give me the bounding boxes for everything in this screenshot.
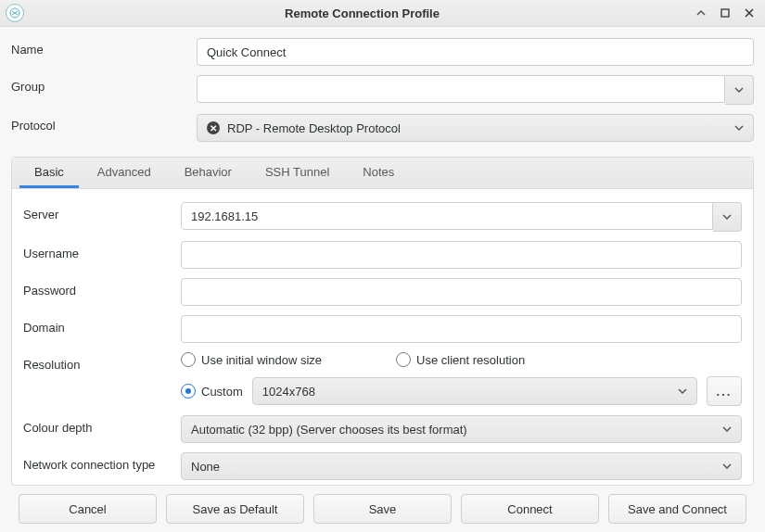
server-input[interactable]: 192.1681.15 (181, 202, 713, 230)
window: Remote Connection Profile Name Group Pro… (0, 0, 765, 532)
tab-basic[interactable]: Basic (19, 158, 79, 188)
radio-label: Use initial window size (201, 353, 322, 367)
cancel-button[interactable]: Cancel (19, 494, 157, 524)
chevron-down-icon (678, 386, 687, 396)
radio-label: Custom (201, 385, 243, 399)
colour-depth-value: Automatic (32 bpp) (Server chooses its b… (191, 423, 467, 437)
radio-label: Use client resolution (416, 353, 525, 367)
tab-ssh-tunnel[interactable]: SSH Tunnel (250, 158, 344, 188)
resolution-label: Resolution (23, 352, 181, 372)
tab-bar: Basic Advanced Behavior SSH Tunnel Notes (12, 158, 753, 189)
resolution-more-button[interactable]: ... (707, 376, 742, 406)
server-dropdown-button[interactable] (713, 202, 742, 232)
server-label: Server (23, 202, 181, 222)
save-button[interactable]: Save (313, 494, 452, 524)
tab-behavior[interactable]: Behavior (170, 158, 247, 188)
chevron-down-icon (734, 123, 744, 133)
footer: Cancel Save as Default Save Connect Save… (11, 486, 754, 532)
group-dropdown-button[interactable] (725, 75, 754, 105)
domain-input[interactable] (181, 315, 742, 343)
radio-icon (181, 384, 196, 399)
app-icon (6, 4, 24, 22)
resolution-radio-client[interactable]: Use client resolution (396, 352, 525, 367)
maximize-button[interactable] (719, 6, 732, 19)
window-controls (695, 6, 759, 19)
connect-button[interactable]: Connect (461, 494, 599, 524)
svg-rect-1 (721, 9, 729, 17)
network-type-dropdown[interactable]: None (181, 452, 742, 480)
radio-icon (396, 352, 411, 367)
close-button[interactable] (743, 6, 756, 19)
content-area: Name Group Protocol ✕ RDP - Remote Deskt… (0, 27, 765, 532)
chevron-down-icon (734, 85, 744, 95)
group-label: Group (11, 75, 197, 94)
chevron-down-icon (722, 424, 732, 434)
protocol-dropdown[interactable]: ✕ RDP - Remote Desktop Protocol (197, 114, 754, 142)
colour-depth-dropdown[interactable]: Automatic (32 bpp) (Server chooses its b… (181, 415, 742, 443)
password-label: Password (23, 278, 181, 298)
chevron-down-icon (722, 462, 732, 471)
network-type-label: Network connection type (23, 452, 181, 472)
protocol-value: RDP - Remote Desktop Protocol (227, 121, 401, 135)
network-type-value: None (191, 460, 220, 474)
server-combo[interactable]: 192.1681.15 (181, 202, 742, 232)
basic-pane: Server 192.1681.15 Username Password (12, 189, 753, 485)
protocol-icon: ✕ (207, 121, 220, 134)
title-bar: Remote Connection Profile (0, 0, 765, 27)
resolution-custom-value: 1024x768 (262, 385, 315, 399)
name-label: Name (11, 38, 197, 57)
password-input[interactable] (181, 278, 742, 306)
protocol-label: Protocol (11, 114, 197, 133)
save-as-default-button[interactable]: Save as Default (166, 494, 304, 524)
resolution-custom-dropdown[interactable]: 1024x768 (252, 377, 697, 405)
group-input[interactable] (197, 75, 725, 103)
window-title: Remote Connection Profile (30, 6, 695, 20)
notebook: Basic Advanced Behavior SSH Tunnel Notes… (11, 157, 754, 486)
tab-advanced[interactable]: Advanced (83, 158, 166, 188)
name-input[interactable] (197, 38, 754, 66)
resolution-radio-initial[interactable]: Use initial window size (181, 352, 322, 367)
group-combo[interactable] (197, 75, 754, 105)
colour-depth-label: Colour depth (23, 415, 181, 435)
chevron-down-icon (722, 212, 732, 222)
resolution-radio-custom[interactable]: Custom (181, 384, 243, 399)
save-and-connect-button[interactable]: Save and Connect (608, 494, 746, 524)
username-label: Username (23, 241, 181, 260)
domain-label: Domain (23, 315, 181, 335)
radio-icon (181, 352, 196, 367)
username-input[interactable] (181, 241, 742, 269)
roll-up-button[interactable] (695, 6, 708, 19)
tab-notes[interactable]: Notes (348, 158, 409, 188)
